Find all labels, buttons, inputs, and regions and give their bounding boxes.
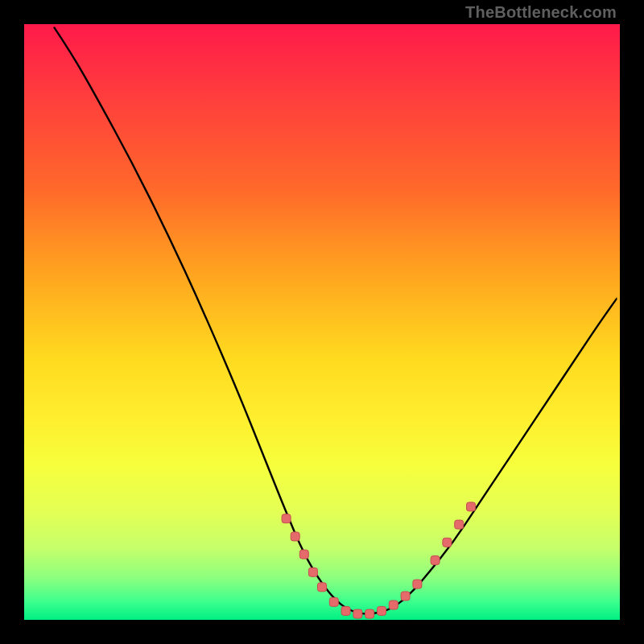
chart-point bbox=[467, 502, 476, 511]
chart-point bbox=[389, 601, 398, 609]
plot-area bbox=[24, 24, 620, 620]
chart-point bbox=[401, 592, 410, 601]
chart-point bbox=[291, 532, 299, 541]
chart-point bbox=[329, 597, 338, 606]
chart-points-group bbox=[282, 502, 475, 618]
chart-point bbox=[318, 583, 327, 592]
chart-point bbox=[353, 609, 362, 618]
chart-point bbox=[378, 606, 386, 615]
chart-point bbox=[455, 520, 464, 529]
chart-point bbox=[431, 556, 440, 565]
chart-container: TheBottleneck.com bbox=[0, 0, 644, 644]
chart-point bbox=[308, 568, 317, 576]
chart-point bbox=[299, 550, 308, 559]
chart-point bbox=[365, 609, 374, 618]
watermark-text: TheBottleneck.com bbox=[465, 3, 617, 22]
chart-svg bbox=[24, 24, 620, 620]
chart-point bbox=[341, 606, 350, 615]
chart-point bbox=[282, 514, 291, 523]
chart-curve bbox=[54, 27, 617, 614]
chart-point bbox=[413, 580, 422, 588]
chart-point bbox=[443, 538, 452, 547]
